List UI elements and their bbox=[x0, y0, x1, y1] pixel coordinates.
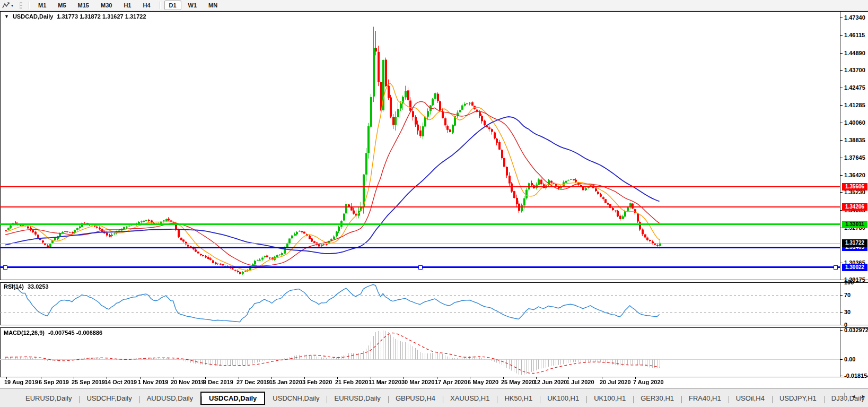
chart-tab-eurusd-daily[interactable]: EURUSD,Daily bbox=[327, 392, 388, 404]
timeframe-button-m30[interactable]: M30 bbox=[96, 1, 117, 10]
chart-tab-usdchf-daily[interactable]: USDCHF,Daily bbox=[79, 392, 139, 404]
timeframe-button-h1[interactable]: H1 bbox=[119, 1, 136, 10]
date-label[interactable]: 1 Nov 2019 bbox=[138, 379, 168, 385]
date-label[interactable]: 27 Dec 2019 bbox=[236, 379, 270, 385]
chart-tab-usdcad-daily[interactable]: USDCAD,Daily bbox=[200, 392, 265, 405]
date-label[interactable]: 6 Sep 2019 bbox=[39, 379, 69, 385]
pivot-line[interactable] bbox=[0, 223, 840, 225]
toolbar-separator bbox=[29, 2, 29, 9]
price-tick-label: 1.37645 bbox=[844, 155, 865, 161]
macd-tick-label: 0.00 bbox=[844, 357, 855, 362]
macd-title: MACD(12,26,9) -0.007545 -0.006886 bbox=[4, 330, 102, 336]
crosshair-tool-icon bbox=[2, 2, 10, 9]
macd-tick-dash bbox=[840, 376, 843, 376]
toolbar-grip bbox=[20, 2, 22, 9]
tool-button[interactable]: ▾ bbox=[0, 2, 15, 10]
chart-canvas[interactable] bbox=[0, 12, 840, 377]
date-label[interactable]: 21 Feb 2020 bbox=[335, 379, 368, 385]
macd-tick-dash bbox=[840, 330, 843, 331]
chart-tab-usoil-h4[interactable]: USOil,H4 bbox=[729, 392, 772, 404]
timeframe-button-h4[interactable]: H4 bbox=[138, 1, 155, 10]
resistance-line-1-price-badge: 1.35606 bbox=[842, 183, 867, 190]
timeframe-button-mn[interactable]: MN bbox=[204, 1, 222, 10]
rsi-tick-label: 30 bbox=[844, 309, 851, 315]
date-label[interactable]: 9 Dec 2019 bbox=[203, 379, 233, 385]
timeframe-button-w1[interactable]: W1 bbox=[183, 1, 202, 10]
date-label[interactable]: 19 Aug 2019 bbox=[4, 379, 38, 385]
price-tick-dash bbox=[840, 175, 843, 176]
tab-scroll-buttons: ◄ ► bbox=[844, 393, 866, 400]
date-label[interactable]: 20 Nov 2019 bbox=[171, 379, 205, 385]
price-tick-label: 1.36420 bbox=[844, 172, 865, 178]
date-label[interactable]: 1 Jul 2020 bbox=[566, 379, 594, 385]
rsi-value: 33.0253 bbox=[28, 283, 49, 290]
price-tick-label: 1.46115 bbox=[844, 32, 865, 38]
price-tick-dash bbox=[840, 18, 843, 18]
date-label[interactable]: 25 Sep 2019 bbox=[72, 379, 105, 385]
bid-price-line bbox=[0, 243, 840, 244]
date-label[interactable]: 17 Apr 2020 bbox=[435, 379, 467, 385]
chart-tab-uk100-h1[interactable]: UK100,H1 bbox=[540, 392, 586, 404]
date-label[interactable]: 14 Oct 2019 bbox=[104, 379, 137, 385]
pivot-line-price-badge: 1.33011 bbox=[842, 221, 867, 228]
timeframe-button-d1[interactable]: D1 bbox=[164, 1, 181, 10]
scroll-right-icon[interactable]: ► bbox=[861, 393, 866, 400]
resistance-line-2[interactable] bbox=[0, 206, 840, 207]
toolbar-separator bbox=[160, 2, 160, 9]
tab-scroll-separator bbox=[844, 393, 845, 400]
chevron-down-icon[interactable]: ▾ bbox=[11, 3, 13, 8]
price-axis-border bbox=[840, 11, 840, 377]
date-label[interactable]: 25 May 2020 bbox=[501, 379, 535, 385]
support-line-2-handle[interactable] bbox=[418, 265, 423, 270]
macd-values: -0.007545 -0.006886 bbox=[48, 330, 102, 336]
price-tick-dash bbox=[840, 263, 843, 263]
chart-tab-gbpusd-h4[interactable]: GBPUSD,H4 bbox=[388, 392, 443, 404]
price-tick-dash bbox=[840, 192, 843, 193]
chart-tab-usdcnh-daily[interactable]: USDCNH,Daily bbox=[265, 392, 327, 404]
price-tick-label: 1.38835 bbox=[844, 137, 865, 143]
date-label[interactable]: 12 Jun 2020 bbox=[534, 379, 567, 385]
date-label[interactable]: 11 Mar 2020 bbox=[369, 379, 401, 385]
price-tick-dash bbox=[840, 105, 843, 106]
timeframe-button-m5[interactable]: M5 bbox=[53, 1, 71, 10]
price-tick-dash bbox=[840, 35, 843, 36]
timeframe-button-m15[interactable]: M15 bbox=[73, 1, 94, 10]
support-line-2-handle[interactable] bbox=[834, 265, 838, 270]
date-label[interactable]: 20 Jul 2020 bbox=[600, 379, 631, 385]
macd-tick-label: 0.032972 bbox=[844, 327, 868, 333]
rsi-tick-label: 100 bbox=[844, 280, 854, 285]
price-tick-label: 1.44890 bbox=[844, 50, 865, 56]
timeframe-button-m1[interactable]: M1 bbox=[33, 1, 51, 10]
date-label[interactable]: 7 Aug 2020 bbox=[633, 379, 664, 385]
chart-tab-audusd-daily[interactable]: AUDUSD,Daily bbox=[139, 392, 200, 404]
rsi-label: RSI(14) bbox=[4, 283, 24, 290]
support-line-2-price-badge: 1.30022 bbox=[842, 264, 867, 271]
rsi-tick-dash bbox=[840, 312, 843, 313]
rsi-tick-dash bbox=[840, 282, 843, 283]
price-tick-label: 1.47340 bbox=[844, 15, 865, 21]
chart-tab-fra40-h1[interactable]: FRA40,H1 bbox=[681, 392, 729, 404]
macd-tick-label: -0.018154 bbox=[844, 373, 868, 379]
resistance-line-1[interactable] bbox=[0, 186, 840, 187]
chart-tab-uk100-h1[interactable]: UK100,H1 bbox=[586, 392, 633, 404]
chart-tab-bar: EURUSD,DailyUSDCHF,DailyAUDUSD,DailyUSDC… bbox=[0, 388, 868, 407]
chart-tab-usdjpy-h1[interactable]: USDJPY,H1 bbox=[772, 392, 824, 404]
price-tick-dash bbox=[840, 53, 843, 54]
rsi-title: RSI(14) 33.0253 bbox=[4, 283, 49, 290]
date-label[interactable]: 3 Feb 2020 bbox=[302, 379, 332, 385]
support-line-2-handle[interactable] bbox=[3, 265, 7, 270]
date-label[interactable]: 30 Mar 2020 bbox=[401, 379, 434, 385]
support-line-1[interactable] bbox=[0, 247, 840, 248]
rsi-tick-dash bbox=[840, 325, 843, 325]
date-label[interactable]: 6 May 2020 bbox=[468, 379, 498, 385]
scroll-left-icon[interactable]: ◄ bbox=[851, 393, 856, 400]
price-tick-dash bbox=[840, 158, 843, 158]
timeframe-toolbar: ▾ M1M5M15M30H1H4D1W1MN bbox=[0, 0, 868, 11]
price-tick-label: 1.40060 bbox=[844, 120, 865, 126]
chart-tab-xauusd-h1[interactable]: XAUUSD,H1 bbox=[443, 392, 497, 404]
chart-tab-hk50-h1[interactable]: HK50,H1 bbox=[497, 392, 540, 404]
chart-tab-eurusd-daily[interactable]: EURUSD,Daily bbox=[18, 392, 79, 404]
chart-tab-ger30-h1[interactable]: GER30,H1 bbox=[633, 392, 681, 404]
date-label[interactable]: 15 Jan 2020 bbox=[269, 379, 302, 385]
collapse-chart-icon[interactable]: ▼ bbox=[4, 14, 9, 20]
